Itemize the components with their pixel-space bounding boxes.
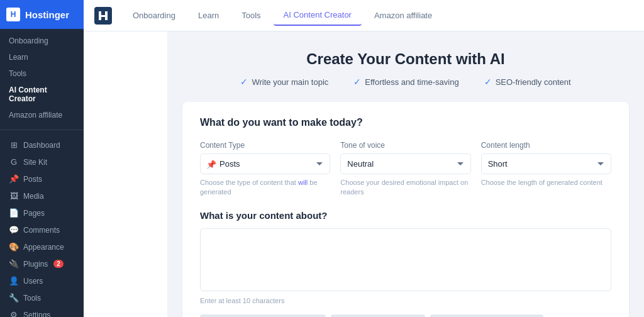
top-logo — [94, 6, 113, 25]
sidebar-divider-1 — [0, 130, 84, 130]
onboarding-label: Onboarding — [9, 36, 48, 45]
tools-icon: 🔧 — [9, 293, 19, 303]
plugins-icon: 🔌 — [9, 259, 19, 269]
posts-icon: 📌 — [9, 174, 19, 184]
ai-content-creator-label: AI Content Creator — [9, 86, 75, 103]
pages-label: Pages — [23, 209, 45, 218]
hero-feature-1: ✓ Write your main topic — [240, 77, 328, 87]
pages-icon: 📄 — [9, 208, 19, 218]
hostinger-logo-svg — [94, 7, 112, 25]
tone-select-wrapper: Neutral Formal Casual — [340, 153, 470, 174]
content-type-label: Content Type — [200, 141, 330, 150]
users-icon: 👤 — [9, 276, 19, 286]
topnav-onboarding[interactable]: Onboarding — [123, 6, 186, 25]
topnav-tools[interactable]: Tools — [231, 6, 270, 25]
tone-group: Tone of voice Neutral Formal Casual Choo… — [340, 141, 470, 197]
hero-feature-3: ✓ SEO-friendly content — [484, 77, 571, 87]
sidebar-item-settings[interactable]: ⚙ Settings — [0, 306, 84, 317]
feature-label-1: Write your main topic — [252, 77, 328, 87]
sidebar-item-amazon-affiliate[interactable]: Amazon affiliate — [0, 107, 84, 123]
length-select-wrapper: Short Medium Long — [481, 153, 611, 174]
brand-name: Hostinger — [25, 9, 69, 20]
media-label: Media — [23, 192, 44, 201]
sidebar-item-posts[interactable]: 📌 Posts — [0, 170, 84, 187]
sidebar-item-learn[interactable]: Learn — [0, 49, 84, 65]
comments-label: Comments — [23, 226, 60, 235]
tools-top-label: Tools — [9, 69, 26, 78]
tone-label: Tone of voice — [340, 141, 470, 150]
page-hero: Create Your Content with AI ✓ Write your… — [182, 50, 629, 87]
sidebar-item-onboarding[interactable]: Onboarding — [0, 33, 84, 49]
tools-label: Tools — [23, 294, 41, 303]
appearance-icon: 🎨 — [9, 242, 19, 252]
tone-help: Choose your desired emotional impact on … — [340, 178, 470, 197]
length-select[interactable]: Short Medium Long — [481, 153, 611, 174]
settings-icon: ⚙ — [9, 310, 19, 317]
plugins-label: Plugins — [23, 260, 48, 269]
help-highlight: will — [298, 179, 308, 186]
site-kit-label: Site Kit — [23, 158, 47, 167]
sidebar: H Hostinger Onboarding Learn Tools AI Co… — [0, 0, 84, 317]
sidebar-item-site-kit[interactable]: G Site Kit — [0, 153, 84, 170]
feature-label-3: SEO-friendly content — [496, 77, 571, 87]
sidebar-brand[interactable]: H Hostinger — [0, 0, 84, 29]
sidebar-item-tools[interactable]: 🔧 Tools — [0, 289, 84, 306]
hero-features: ✓ Write your main topic ✓ Effortless and… — [182, 77, 629, 87]
bottom-skeleton-bar — [200, 314, 611, 317]
content-type-select-wrapper: 📌 Posts Pages Articles — [200, 153, 330, 174]
hero-feature-2: ✓ Effortless and time-saving — [353, 77, 458, 87]
content-type-select-icon: 📌 — [206, 159, 216, 169]
card-question: What do you want to make today? — [200, 117, 611, 128]
feature-label-2: Effortless and time-saving — [365, 77, 458, 87]
length-help: Choose the length of generated content — [481, 178, 611, 187]
sidebar-item-media[interactable]: 🖼 Media — [0, 187, 84, 204]
sidebar-item-ai-content-creator[interactable]: AI Content Creator — [0, 82, 84, 107]
top-navigation: Onboarding Learn Tools AI Content Creato… — [84, 0, 644, 31]
appearance-label: Appearance — [23, 243, 64, 252]
check-icon-3: ✓ — [484, 77, 492, 87]
content-type-select[interactable]: Posts Pages Articles — [200, 153, 330, 174]
main-content: Create Your Content with AI ✓ Write your… — [167, 31, 644, 317]
hero-title: Create Your Content with AI — [182, 50, 629, 68]
brand-icon: H — [6, 8, 20, 21]
content-type-help: Choose the type of content that will be … — [200, 178, 330, 197]
dashboard-label: Dashboard — [23, 141, 60, 150]
textarea-help: Enter at least 10 characters — [200, 297, 611, 304]
topnav-amazon-affiliate[interactable]: Amazon affiliate — [364, 6, 442, 25]
plugins-badge: 2 — [53, 260, 64, 268]
content-textarea[interactable] — [200, 228, 611, 291]
amazon-affiliate-label: Amazon affiliate — [9, 111, 62, 120]
sidebar-main-nav: ⊞ Dashboard G Site Kit 📌 Posts 🖼 Media 📄… — [0, 133, 84, 317]
tone-select[interactable]: Neutral Formal Casual — [340, 153, 470, 174]
comments-icon: 💬 — [9, 225, 19, 235]
length-label: Content length — [481, 141, 611, 150]
posts-label: Posts — [23, 175, 42, 184]
form-row-selects: Content Type 📌 Posts Pages Articles Choo… — [200, 141, 611, 197]
about-question: What is your content about? — [200, 210, 611, 221]
sidebar-top-nav: Onboarding Learn Tools AI Content Creato… — [0, 29, 84, 127]
site-kit-icon: G — [9, 157, 19, 167]
content-card: What do you want to make today? Content … — [182, 102, 629, 317]
sidebar-item-tools-top[interactable]: Tools — [0, 65, 84, 82]
length-group: Content length Short Medium Long Choose … — [481, 141, 611, 197]
media-icon: 🖼 — [9, 191, 19, 201]
check-icon-1: ✓ — [240, 77, 248, 87]
settings-label: Settings — [23, 311, 50, 318]
dashboard-icon: ⊞ — [9, 140, 19, 150]
topnav-learn[interactable]: Learn — [188, 6, 229, 25]
sidebar-item-dashboard[interactable]: ⊞ Dashboard — [0, 136, 84, 153]
learn-label: Learn — [9, 53, 28, 62]
content-type-group: Content Type 📌 Posts Pages Articles Choo… — [200, 141, 330, 197]
check-icon-2: ✓ — [353, 77, 361, 87]
sidebar-item-users[interactable]: 👤 Users — [0, 272, 84, 289]
sidebar-item-appearance[interactable]: 🎨 Appearance — [0, 238, 84, 255]
sidebar-item-plugins[interactable]: 🔌 Plugins 2 — [0, 255, 84, 272]
sidebar-item-pages[interactable]: 📄 Pages — [0, 204, 84, 221]
skeleton-1 — [200, 314, 326, 317]
sidebar-item-comments[interactable]: 💬 Comments — [0, 221, 84, 238]
topnav-ai-content-creator[interactable]: AI Content Creator — [274, 5, 362, 26]
users-label: Users — [23, 277, 43, 286]
skeleton-3 — [430, 314, 543, 317]
skeleton-2 — [331, 314, 425, 317]
